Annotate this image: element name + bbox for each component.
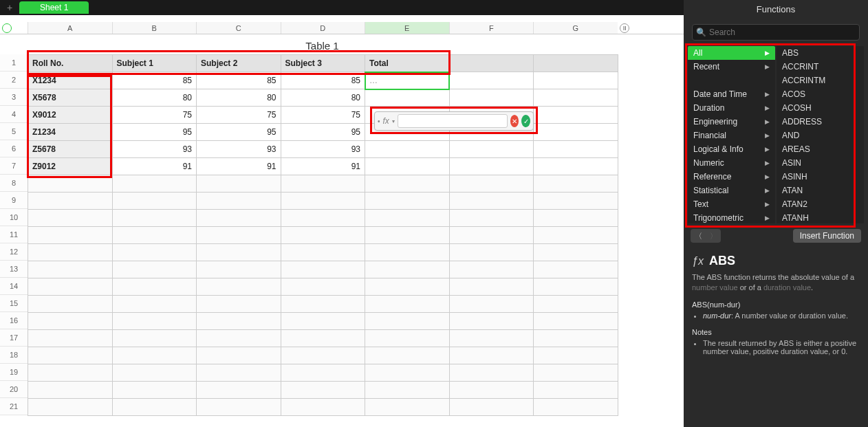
col-header-D[interactable]: D <box>281 22 365 34</box>
cell[interactable] <box>534 107 618 124</box>
category-list[interactable]: All▶ Recent▶ Date and Time▶ Duration▶ En… <box>688 46 775 223</box>
cell[interactable] <box>197 364 281 382</box>
cell[interactable] <box>534 261 618 278</box>
cell[interactable] <box>28 261 113 278</box>
cell[interactable]: 93 <box>281 141 365 158</box>
table-handle-left[interactable] <box>0 22 14 34</box>
cell[interactable]: 95 <box>112 124 197 141</box>
cell-roll[interactable]: Z5678 <box>28 141 113 158</box>
cell[interactable]: 85 <box>112 72 197 89</box>
col-header-G[interactable]: G <box>533 22 618 34</box>
cell[interactable]: 91 <box>281 158 365 175</box>
row-number[interactable]: 19 <box>0 364 28 381</box>
cell[interactable]: 75 <box>112 107 197 124</box>
row-number[interactable]: 11 <box>0 226 28 243</box>
cell[interactable] <box>534 193 618 210</box>
cell[interactable] <box>281 227 365 244</box>
category-item-reference[interactable]: Reference▶ <box>688 170 775 184</box>
cell[interactable] <box>281 261 365 278</box>
cell[interactable] <box>534 72 618 89</box>
cell[interactable] <box>365 193 450 210</box>
cell[interactable] <box>449 382 534 399</box>
cell[interactable] <box>112 364 197 382</box>
search-input[interactable] <box>692 24 860 41</box>
cell[interactable] <box>449 89 534 107</box>
function-item[interactable]: ADDRESS <box>777 115 864 129</box>
row-number[interactable]: 6 <box>0 140 28 157</box>
category-item-engineering[interactable]: Engineering▶ <box>688 115 775 129</box>
cell[interactable] <box>112 261 197 278</box>
cell[interactable] <box>365 210 450 227</box>
function-item[interactable]: ABS <box>777 46 864 60</box>
cell[interactable]: 80 <box>112 89 197 107</box>
cell[interactable] <box>365 278 450 296</box>
col-header-C[interactable]: C <box>196 22 281 34</box>
cell[interactable] <box>449 399 534 416</box>
cell[interactable] <box>281 296 365 313</box>
cell-roll[interactable]: Z9012 <box>28 158 113 175</box>
cell[interactable] <box>281 193 365 210</box>
formula-cancel-button[interactable]: ✕ <box>510 115 519 127</box>
header-empty[interactable] <box>534 55 618 72</box>
table-handle-right[interactable] <box>618 22 631 34</box>
cell[interactable] <box>534 296 618 313</box>
cell[interactable] <box>28 227 113 244</box>
cell[interactable] <box>28 210 113 227</box>
cell[interactable] <box>197 278 281 296</box>
cell[interactable]: 91 <box>197 158 281 175</box>
cell[interactable] <box>534 158 618 175</box>
function-item[interactable]: ATANH <box>777 211 864 223</box>
cell[interactable] <box>365 261 450 278</box>
cell[interactable] <box>112 210 197 227</box>
row-number[interactable]: 14 <box>0 278 28 295</box>
cell[interactable] <box>112 244 197 261</box>
cell[interactable] <box>449 313 534 330</box>
header-subject1[interactable]: Subject 1 <box>112 55 197 72</box>
category-item-all[interactable]: All▶ <box>688 46 775 60</box>
row-number[interactable]: 5 <box>0 123 28 140</box>
cell[interactable] <box>112 382 197 399</box>
cell[interactable] <box>534 313 618 330</box>
cell[interactable]: 80 <box>197 89 281 107</box>
cell[interactable]: 75 <box>281 107 365 124</box>
cell[interactable] <box>197 382 281 399</box>
cell[interactable] <box>197 347 281 364</box>
cell[interactable] <box>534 124 618 141</box>
cell[interactable] <box>112 313 197 330</box>
cell[interactable]: 91 <box>112 158 197 175</box>
cell[interactable] <box>534 347 618 364</box>
cell[interactable] <box>449 175 534 193</box>
cell[interactable] <box>197 175 281 193</box>
row-number[interactable]: 18 <box>0 347 28 364</box>
cell[interactable] <box>365 364 450 382</box>
cell[interactable] <box>365 89 450 107</box>
cell[interactable] <box>449 72 534 89</box>
row-number[interactable]: 8 <box>0 175 28 192</box>
category-item-trig[interactable]: Trigonometric▶ <box>688 211 775 223</box>
category-item-financial[interactable]: Financial▶ <box>688 129 775 142</box>
cell[interactable] <box>534 244 618 261</box>
sheet-tab-sheet1[interactable]: Sheet 1 <box>19 1 89 14</box>
cell[interactable]: 75 <box>197 107 281 124</box>
cell[interactable] <box>281 313 365 330</box>
cell[interactable] <box>449 193 534 210</box>
cell[interactable] <box>112 399 197 416</box>
cell[interactable] <box>534 330 618 347</box>
header-empty[interactable] <box>449 55 534 72</box>
cell[interactable] <box>197 399 281 416</box>
cell[interactable] <box>365 158 450 175</box>
cell[interactable] <box>281 364 365 382</box>
row-number[interactable]: 4 <box>0 106 28 123</box>
function-list[interactable]: ABS ACCRINT ACCRINTM ACOS ACOSH ADDRESS … <box>777 46 864 223</box>
row-number[interactable]: 7 <box>0 157 28 175</box>
function-item[interactable]: ACCRINT <box>777 60 864 74</box>
cell[interactable] <box>28 175 113 193</box>
cell[interactable] <box>449 364 534 382</box>
cell[interactable] <box>534 89 618 107</box>
cell[interactable] <box>112 175 197 193</box>
nav-back-button[interactable]: 〈 <box>691 229 706 243</box>
cell[interactable] <box>449 296 534 313</box>
cell[interactable] <box>197 210 281 227</box>
header-total[interactable]: Total <box>365 55 450 72</box>
cell[interactable] <box>365 382 450 399</box>
